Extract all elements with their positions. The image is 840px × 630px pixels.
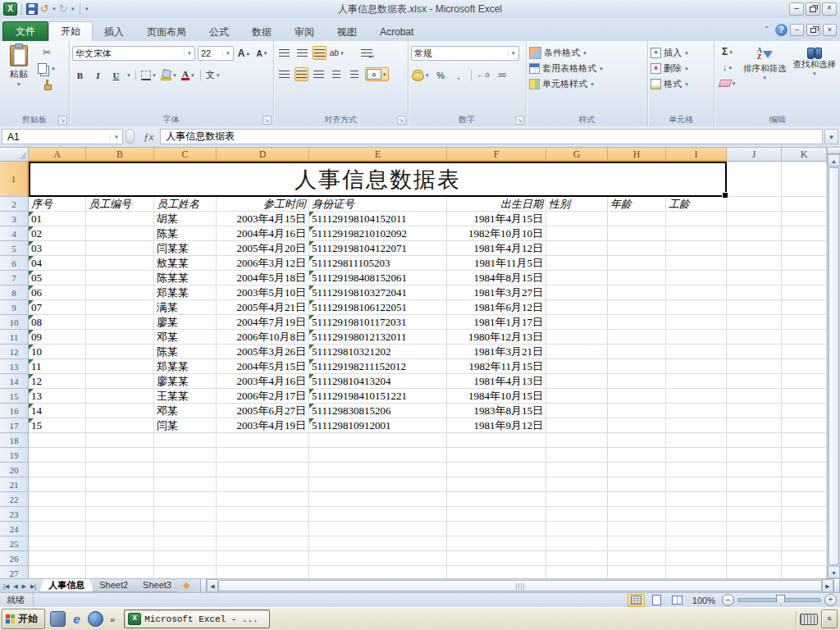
- cell-H24[interactable]: [608, 522, 666, 536]
- cell-H18[interactable]: [608, 433, 666, 448]
- cell-C19[interactable]: [154, 448, 217, 463]
- cell-J16[interactable]: [727, 404, 782, 418]
- cell-I14[interactable]: [666, 374, 727, 389]
- cell-F24[interactable]: [447, 522, 546, 536]
- zoom-slider-thumb[interactable]: [776, 595, 785, 606]
- cell-G16[interactable]: [546, 404, 608, 418]
- cell-A9[interactable]: 07: [29, 300, 86, 315]
- cell-H4[interactable]: [608, 226, 666, 241]
- cell-I21[interactable]: [666, 477, 727, 492]
- cell-C8[interactable]: 郑某某: [154, 285, 217, 300]
- excel-task-button[interactable]: X Microsoft Excel - ...: [124, 609, 270, 628]
- cell-A20[interactable]: [29, 463, 86, 477]
- clipboard-dialog-launcher[interactable]: ↘: [58, 116, 67, 125]
- align-right-button[interactable]: [311, 67, 326, 81]
- cell-G26[interactable]: [546, 551, 608, 566]
- sheet-tab-Sheet3[interactable]: Sheet3: [134, 579, 180, 592]
- row-header-15[interactable]: 15: [0, 389, 29, 404]
- cell-A26[interactable]: [29, 551, 86, 566]
- cell-D11[interactable]: 2006年10月8日: [217, 330, 309, 345]
- cell-D3[interactable]: 2003年4月15日: [217, 212, 309, 226]
- cell-B11[interactable]: [86, 330, 154, 345]
- cell-F7[interactable]: 1984年8月15日: [447, 271, 546, 285]
- number-format-combo[interactable]: 常规▼: [411, 46, 519, 61]
- column-header-F[interactable]: F: [447, 148, 546, 162]
- row-header-18[interactable]: 18: [0, 433, 29, 448]
- cell-F10[interactable]: 1981年1月17日: [447, 315, 546, 330]
- cell-E20[interactable]: [309, 463, 447, 477]
- save-button[interactable]: [26, 3, 38, 15]
- vertical-split-handle[interactable]: [828, 148, 840, 154]
- cell-D19[interactable]: [217, 448, 309, 463]
- row-header-6[interactable]: 6: [0, 256, 29, 271]
- undo-button[interactable]: ↺: [40, 4, 49, 14]
- ribbon-tab-页面布局[interactable]: 页面布局: [135, 23, 198, 41]
- cell-H19[interactable]: [608, 448, 666, 463]
- cell-E19[interactable]: [309, 448, 447, 463]
- horizontal-scroll-thumb[interactable]: [218, 580, 822, 591]
- cell-G21[interactable]: [546, 477, 608, 492]
- cell-C9[interactable]: 满某: [154, 300, 217, 315]
- cell-J4[interactable]: [727, 226, 782, 241]
- workbook-close-button[interactable]: ×: [823, 24, 837, 36]
- cell-G4[interactable]: [546, 226, 608, 241]
- cell-J7[interactable]: [727, 271, 782, 285]
- cell-F17[interactable]: 1981年9月12日: [447, 418, 546, 433]
- row-header-12[interactable]: 12: [0, 345, 29, 359]
- cell-J8[interactable]: [727, 285, 782, 300]
- cell-G22[interactable]: [546, 492, 608, 507]
- cell-C6[interactable]: 敖某某: [154, 256, 217, 271]
- cell-C10[interactable]: 廖某: [154, 315, 217, 330]
- row-header-3[interactable]: 3: [0, 212, 29, 226]
- cell-D6[interactable]: 2006年3月12日: [217, 256, 309, 271]
- zoom-out-button[interactable]: –: [722, 594, 734, 606]
- cell-J5[interactable]: [727, 241, 782, 256]
- sort-filter-button[interactable]: AZ 排序和筛选 ▼: [742, 45, 788, 90]
- scroll-right-button[interactable]: ▶: [822, 579, 833, 592]
- cell-G5[interactable]: [546, 241, 608, 256]
- cell-H10[interactable]: [608, 315, 666, 330]
- cell-I20[interactable]: [666, 463, 727, 477]
- cell-K5[interactable]: [782, 241, 827, 256]
- horizontal-split-handle[interactable]: [200, 579, 207, 592]
- cell-D10[interactable]: 2004年7月19日: [217, 315, 309, 330]
- scroll-down-button[interactable]: ▼: [828, 566, 840, 578]
- cell-D26[interactable]: [217, 551, 309, 566]
- cell-F21[interactable]: [447, 477, 546, 492]
- cell-F23[interactable]: [447, 507, 546, 522]
- grow-font-button[interactable]: A▲: [236, 47, 252, 61]
- cell-B5[interactable]: [86, 241, 154, 256]
- redo-button[interactable]: ↻: [59, 4, 68, 14]
- cell-B25[interactable]: [86, 536, 154, 551]
- fill-button[interactable]: ↓▼: [717, 61, 738, 75]
- cell-F11[interactable]: 1980年12月13日: [447, 330, 546, 345]
- cell-D2[interactable]: 参工时间: [217, 197, 309, 212]
- cell-B23[interactable]: [86, 507, 154, 522]
- cell-I23[interactable]: [666, 507, 727, 522]
- cell-C26[interactable]: [154, 551, 217, 566]
- ribbon-tab-视图[interactable]: 视图: [326, 23, 368, 41]
- row-header-9[interactable]: 9: [0, 300, 29, 315]
- cell-H2[interactable]: 年龄: [608, 197, 666, 212]
- cell-C17[interactable]: 闫某: [154, 418, 217, 433]
- cell-D14[interactable]: 2003年4月16日: [217, 374, 309, 389]
- cell-G12[interactable]: [546, 345, 608, 359]
- ribbon-tab-数据[interactable]: 数据: [240, 23, 283, 41]
- cell-I19[interactable]: [666, 448, 727, 463]
- cell-C18[interactable]: [154, 433, 217, 448]
- cell-C11[interactable]: 邓某: [154, 330, 217, 345]
- cell-J24[interactable]: [727, 522, 782, 536]
- cell-K12[interactable]: [782, 345, 827, 359]
- cell-I25[interactable]: [666, 536, 727, 551]
- cell-C25[interactable]: [154, 536, 217, 551]
- cell-I7[interactable]: [666, 271, 727, 285]
- cell-J18[interactable]: [727, 433, 782, 448]
- workbook-restore-button[interactable]: [806, 24, 820, 36]
- cell-H7[interactable]: [608, 271, 666, 285]
- cell-D4[interactable]: 2004年4月16日: [217, 226, 309, 241]
- cell-A21[interactable]: [29, 477, 86, 492]
- cell-H5[interactable]: [608, 241, 666, 256]
- cell-K8[interactable]: [782, 285, 827, 300]
- selection-fill-handle[interactable]: [722, 192, 728, 199]
- cell-B18[interactable]: [86, 433, 154, 448]
